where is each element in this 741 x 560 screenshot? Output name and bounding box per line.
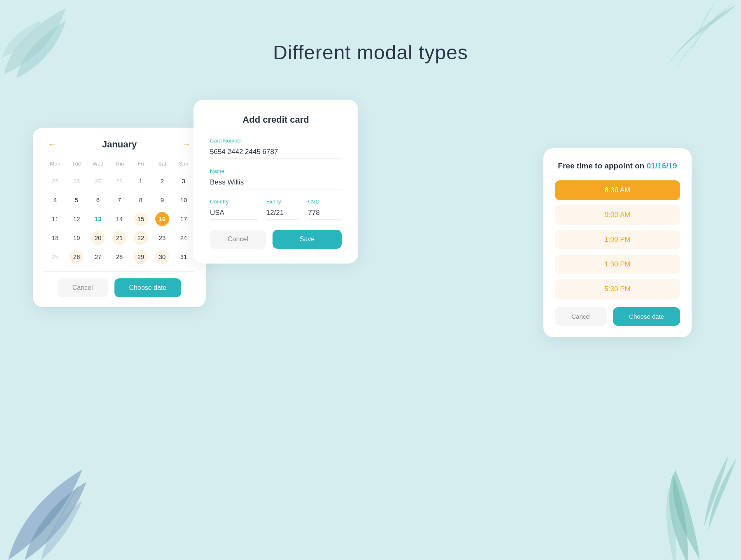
calendar-day[interactable]: 18 (44, 229, 66, 247)
calendar-day[interactable]: 31 (173, 247, 194, 266)
calendar-day[interactable]: 10 (173, 191, 194, 210)
calendar-grid: Mon Tue Wed Thu Fri Sat Sun 252627281234… (44, 158, 194, 266)
calendar-day[interactable]: 28 (109, 172, 130, 191)
calendar-day[interactable]: 27 (87, 172, 109, 191)
calendar-day[interactable]: 7 (109, 191, 130, 210)
calendar-cancel-button[interactable]: Cancel (58, 278, 108, 297)
country-label: Country (210, 198, 258, 205)
day-header-sat: Sat (151, 158, 173, 172)
calendar-day[interactable]: 25 (44, 247, 66, 266)
day-header-sun: Sun (173, 158, 194, 172)
calendar-day[interactable]: 5 (66, 191, 87, 210)
card-number-input[interactable] (210, 146, 342, 159)
time-slots-container: 8:30 AM9:00 AM1:00 PM1:30 PM5:30 PM (555, 180, 680, 299)
calendar-day[interactable]: 13 (87, 210, 109, 229)
cvc-input[interactable] (308, 207, 342, 220)
name-label: Name (210, 168, 342, 174)
expiry-input[interactable] (266, 207, 300, 220)
calendar-day[interactable]: 21 (109, 229, 130, 247)
calendar-day[interactable]: 9 (151, 191, 173, 210)
card-number-label: Card Number (210, 138, 342, 144)
calendar-month: January (102, 139, 137, 150)
appointment-date: 01/16/19 (647, 161, 677, 170)
page-title: Different modal types (0, 41, 741, 64)
day-header-fri: Fri (130, 158, 151, 172)
appointment-choose-date-button[interactable]: Choose date (613, 307, 680, 326)
calendar-day[interactable]: 28 (109, 247, 130, 266)
calendar-day[interactable]: 27 (87, 247, 109, 266)
appointment-modal: Free time to appoint on 01/16/19 8:30 AM… (543, 148, 692, 337)
country-field: Country (210, 198, 258, 220)
calendar-day[interactable]: 15 (130, 210, 151, 229)
expiry-field: Expiry (266, 198, 300, 220)
day-header-mon: Mon (44, 158, 66, 172)
cc-details-row: Country Expiry CVC (210, 198, 342, 220)
calendar-day[interactable]: 16 (151, 210, 173, 229)
calendar-day[interactable]: 11 (44, 210, 66, 229)
time-slot[interactable]: 8:30 AM (555, 180, 680, 200)
name-input[interactable] (210, 177, 342, 189)
calendar-prev-button[interactable]: ← (44, 138, 60, 152)
time-slot[interactable]: 1:00 PM (555, 230, 680, 250)
calendar-day[interactable]: 8 (130, 191, 151, 210)
credit-card-title: Add credit card (210, 114, 342, 125)
calendar-day[interactable]: 20 (87, 229, 109, 247)
calendar-footer: Cancel Choose date (44, 278, 194, 297)
calendar-day[interactable]: 19 (66, 229, 87, 247)
appointment-title: Free time to appoint on 01/16/19 (555, 161, 680, 170)
card-number-field: Card Number (210, 138, 342, 159)
day-header-tue: Tue (66, 158, 87, 172)
calendar-day[interactable]: 17 (173, 210, 194, 229)
calendar-modal: ← January → Mon Tue Wed Thu Fri Sat Sun … (33, 128, 206, 307)
appointment-footer: Cancel Choose date (555, 307, 680, 326)
time-slot[interactable]: 1:30 PM (555, 254, 680, 274)
leaf-bottom-left-decoration (0, 428, 124, 560)
country-input[interactable] (210, 207, 258, 220)
calendar-day[interactable]: 1 (130, 172, 151, 191)
calendar-header: ← January → (44, 139, 194, 150)
calendar-day[interactable]: 14 (109, 210, 130, 229)
calendar-day[interactable]: 4 (44, 191, 66, 210)
calendar-day[interactable]: 25 (44, 172, 66, 191)
calendar-day[interactable]: 23 (151, 229, 173, 247)
calendar-day[interactable]: 3 (173, 172, 194, 191)
cc-save-button[interactable]: Save (273, 230, 342, 249)
time-slot[interactable]: 5:30 PM (555, 279, 680, 299)
cc-footer: Cancel Save (210, 230, 342, 249)
calendar-day[interactable]: 29 (130, 247, 151, 266)
cvc-field: CVC (308, 198, 342, 220)
credit-card-modal: Add credit card Card Number Name Country… (193, 100, 358, 264)
calendar-next-button[interactable]: → (179, 138, 194, 152)
calendar-choose-date-button[interactable]: Choose date (114, 278, 182, 297)
leaf-mid-right-decoration (667, 453, 741, 535)
calendar-day[interactable]: 2 (151, 172, 173, 191)
cc-cancel-button[interactable]: Cancel (210, 230, 266, 249)
calendar-day[interactable]: 6 (87, 191, 109, 210)
day-header-thu: Thu (109, 158, 130, 172)
calendar-day[interactable]: 26 (66, 247, 87, 266)
calendar-day[interactable]: 24 (173, 229, 194, 247)
cvc-label: CVC (308, 198, 342, 205)
calendar-day[interactable]: 30 (151, 247, 173, 266)
appointment-cancel-button[interactable]: Cancel (555, 307, 607, 326)
calendar-day[interactable]: 26 (66, 172, 87, 191)
expiry-label: Expiry (266, 198, 300, 205)
time-slot[interactable]: 9:00 AM (555, 205, 680, 225)
name-field: Name (210, 168, 342, 189)
appointment-title-prefix: Free time to appoint on (558, 161, 644, 170)
calendar-day[interactable]: 12 (66, 210, 87, 229)
calendar-day[interactable]: 22 (130, 229, 151, 247)
day-header-wed: Wed (87, 158, 109, 172)
